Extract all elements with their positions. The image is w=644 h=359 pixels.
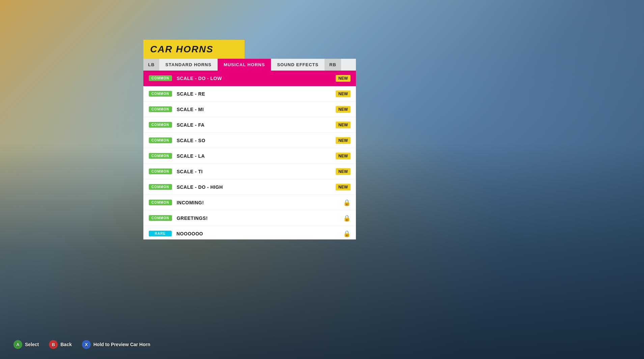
- tab-musical-horns[interactable]: MUSICAL HORNS: [218, 59, 271, 71]
- new-badge: NEW: [336, 75, 351, 82]
- tab-standard-horns[interactable]: STANDARD HORNS: [159, 59, 218, 71]
- item-status: NEW: [336, 107, 351, 112]
- item-status: NEW: [336, 185, 351, 189]
- new-badge: NEW: [336, 184, 351, 190]
- item-name: INCOMING!: [177, 200, 343, 205]
- select-control: A Select: [13, 340, 39, 349]
- b-button-icon: B: [49, 340, 58, 349]
- item-name: SCALE - DO - HIGH: [177, 184, 336, 190]
- item-status: NEW: [336, 123, 351, 127]
- rarity-badge: COMMON: [149, 200, 172, 205]
- new-badge: NEW: [336, 122, 351, 128]
- lock-icon: 🔒: [343, 199, 351, 206]
- list-item[interactable]: COMMONSCALE - MINEW: [143, 102, 356, 117]
- lock-icon: 🔒: [343, 215, 351, 222]
- back-control: B Back: [49, 340, 72, 349]
- item-name: SCALE - DO - LOW: [177, 76, 336, 81]
- new-badge: NEW: [336, 106, 351, 113]
- rarity-badge: COMMON: [149, 169, 172, 174]
- item-name: GREETINGS!: [177, 215, 343, 221]
- footer-controls: A Select B Back X Hold to Preview Car Ho…: [13, 340, 150, 349]
- item-status: NEW: [336, 92, 351, 96]
- rarity-badge: COMMON: [149, 122, 172, 128]
- item-status: NEW: [336, 76, 351, 81]
- list-item[interactable]: COMMONSCALE - LANEW: [143, 148, 356, 164]
- preview-label: Hold to Preview Car Horn: [93, 342, 150, 347]
- new-badge: NEW: [336, 168, 351, 175]
- rarity-badge: COMMON: [149, 184, 172, 190]
- item-status: NEW: [336, 138, 351, 143]
- list-item[interactable]: COMMONSCALE - SONEW: [143, 133, 356, 148]
- list-item[interactable]: RARENOOOOOO🔒: [143, 226, 356, 239]
- a-button-icon: A: [13, 340, 22, 349]
- list-item[interactable]: COMMONSCALE - FANEW: [143, 117, 356, 133]
- main-panel: CAR HORNS LB STANDARD HORNS MUSICAL HORN…: [143, 40, 356, 239]
- rarity-badge: COMMON: [149, 106, 172, 112]
- item-name: SCALE - FA: [177, 122, 336, 128]
- item-status: NEW: [336, 169, 351, 174]
- tab-sound-effects[interactable]: SOUND EFFECTS: [271, 59, 325, 71]
- item-status: 🔒: [343, 230, 351, 237]
- rarity-badge: COMMON: [149, 153, 172, 159]
- page-title: CAR HORNS: [150, 44, 214, 54]
- item-name: SCALE - TI: [177, 169, 336, 174]
- lock-icon: 🔒: [343, 230, 351, 237]
- list-item[interactable]: COMMONGREETINGS!🔒: [143, 210, 356, 226]
- item-name: NOOOOOO: [176, 231, 343, 236]
- new-badge: NEW: [336, 91, 351, 97]
- new-badge: NEW: [336, 153, 351, 159]
- tab-rb[interactable]: RB: [325, 59, 341, 71]
- select-label: Select: [25, 342, 39, 347]
- item-name: SCALE - MI: [177, 107, 336, 112]
- list-item[interactable]: COMMONSCALE - DO - HIGHNEW: [143, 179, 356, 195]
- title-bar: CAR HORNS: [143, 40, 245, 59]
- item-status: NEW: [336, 154, 351, 158]
- list-item[interactable]: COMMONSCALE - TINEW: [143, 164, 356, 179]
- rarity-badge: COMMON: [149, 91, 172, 97]
- new-badge: NEW: [336, 137, 351, 144]
- rarity-badge: COMMON: [149, 215, 172, 221]
- back-label: Back: [60, 342, 72, 347]
- rarity-badge: COMMON: [149, 75, 172, 81]
- rarity-badge: COMMON: [149, 137, 172, 143]
- tabs-bar: LB STANDARD HORNS MUSICAL HORNS SOUND EF…: [143, 59, 356, 71]
- item-status: 🔒: [343, 199, 351, 206]
- x-button-icon: X: [82, 340, 91, 349]
- item-name: SCALE - RE: [177, 91, 336, 97]
- item-name: SCALE - SO: [177, 138, 336, 143]
- items-list: COMMONSCALE - DO - LOWNEWCOMMONSCALE - R…: [143, 71, 356, 239]
- tab-lb[interactable]: LB: [143, 59, 159, 71]
- list-item[interactable]: COMMONSCALE - DO - LOWNEW: [143, 71, 356, 86]
- preview-control: X Hold to Preview Car Horn: [82, 340, 150, 349]
- item-name: SCALE - LA: [177, 153, 336, 159]
- item-status: 🔒: [343, 214, 351, 222]
- rarity-badge: RARE: [149, 231, 172, 236]
- list-item[interactable]: COMMONINCOMING!🔒: [143, 195, 356, 210]
- list-item[interactable]: COMMONSCALE - RENEW: [143, 86, 356, 102]
